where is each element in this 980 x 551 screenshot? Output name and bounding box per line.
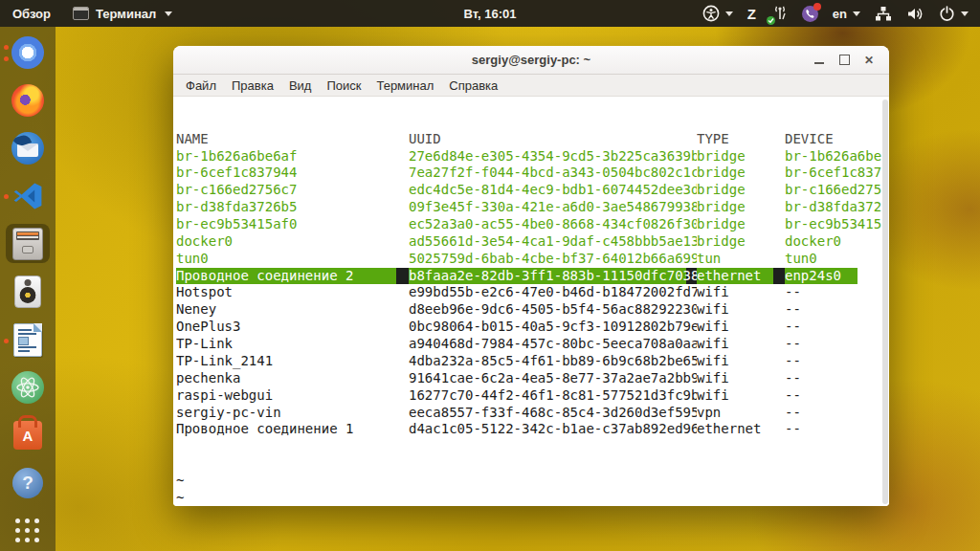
chevron-down-icon	[725, 11, 733, 16]
running-indicator-dot	[4, 339, 9, 343]
accessibility-menu[interactable]	[702, 5, 733, 22]
maximize-button[interactable]	[832, 46, 857, 74]
cell-device: docker0	[785, 233, 889, 251]
cell-uuid: d8eeb96e-9dc6-4505-b5f4-56ac88292230	[409, 301, 697, 319]
cell-type: wifi	[697, 336, 785, 353]
cell-uuid: e99bd55b-e2c6-47e0-b46d-b18472002fd7	[409, 284, 697, 301]
wired-network-icon[interactable]	[875, 6, 892, 22]
cell-uuid: 16277c70-44f2-46f1-8c81-577521d3fc9b	[409, 387, 697, 405]
table-row: pechenka91641cae-6c2a-4ea5-8e77-37a2ae7a…	[176, 370, 889, 387]
clock[interactable]: Вт, 16:01	[463, 0, 516, 27]
dock-item-libreoffice-writer[interactable]	[6, 320, 50, 360]
maximize-icon	[839, 55, 850, 65]
firefox-icon	[11, 84, 44, 117]
cell-type: wifi	[697, 370, 785, 387]
libreoffice-writer-icon	[13, 323, 42, 357]
chevron-down-icon	[853, 11, 860, 16]
cell-name: br-c166ed2756c7	[176, 182, 409, 199]
menu-item-2[interactable]: Вид	[281, 78, 320, 93]
running-indicator-dot	[4, 45, 9, 50]
window-controls: ✕	[807, 46, 881, 74]
cell-device: br-ec9b53415	[785, 216, 889, 233]
terminal-output[interactable]: NAMEUUIDTYPEDEVICEbr-1b626a6be6af27e6d84…	[173, 97, 889, 506]
cell-type: wifi	[697, 301, 785, 319]
activities-button[interactable]: Обзор	[0, 0, 63, 27]
cell-type: wifi	[697, 353, 785, 370]
cell-device: --	[785, 336, 889, 353]
show-apps-icon	[15, 518, 40, 543]
cell-name: raspi-webgui	[176, 387, 409, 405]
table-row: sergiy-pc-vineeca8557-f33f-468c-85c4-3d2…	[176, 405, 889, 422]
cell-type: bridge	[697, 182, 785, 199]
cell-device: enp24s0	[785, 268, 889, 285]
running-indicator-dot	[4, 56, 9, 61]
app-indicator[interactable]: Терминал	[63, 0, 182, 27]
vscode-icon	[12, 181, 43, 211]
menu-item-3[interactable]: Поиск	[319, 78, 368, 93]
language-indicator[interactable]: en	[833, 7, 860, 21]
cell-uuid: 91641cae-6c2a-4ea5-8e77-37a2ae7a2bb9	[409, 370, 697, 387]
cell-device: --	[785, 301, 889, 319]
dock-item-thunderbird[interactable]	[6, 128, 50, 167]
dock-item-software-store[interactable]: A	[6, 416, 50, 455]
table-row: Проводное соединение 1d4ac1c05-5122-342c…	[176, 421, 889, 438]
cell-device: --	[785, 405, 889, 422]
cell-type: bridge	[697, 216, 785, 233]
cell-uuid: d4ac1c05-5122-342c-b1ae-c37ab892ed96	[409, 421, 697, 438]
chevron-down-icon	[165, 11, 172, 16]
column-header: TYPE	[697, 131, 785, 148]
cell-type: bridge	[697, 148, 785, 165]
cell-type: vpn	[697, 405, 785, 422]
dock-item-chromium[interactable]	[6, 33, 50, 72]
cell-device: --	[785, 319, 889, 336]
dock-item-help[interactable]: ?	[6, 464, 50, 503]
viber-icon[interactable]	[802, 6, 818, 22]
menu-item-5[interactable]: Справка	[441, 78, 505, 93]
volume-icon[interactable]	[906, 6, 924, 22]
dock-item-atom[interactable]	[6, 368, 50, 408]
table-row: OnePlus30bc98064-b015-40a5-9cf3-10912802…	[176, 319, 889, 336]
cell-name: tun0	[176, 251, 409, 268]
activities-label: Обзор	[12, 7, 51, 21]
cell-name: TP-Link	[176, 336, 409, 353]
dock-item-vscode[interactable]	[6, 176, 50, 215]
top-bar: Обзор Терминал Вт, 16:01 Z	[0, 0, 980, 27]
system-tray: Z en	[702, 0, 980, 27]
software-store-icon: A	[13, 421, 42, 450]
cell-uuid: 4dba232a-85c5-4f61-bb89-6b9c68b2be65	[409, 353, 697, 370]
menu-item-4[interactable]: Терминал	[368, 78, 441, 93]
table-row: Neneyd8eeb96e-9dc6-4505-b5f4-56ac8829223…	[176, 301, 889, 319]
table-row: Hotspote99bd55b-e2c6-47e0-b46d-b18472002…	[176, 284, 889, 301]
cell-device: --	[785, 353, 889, 370]
close-button[interactable]: ✕	[857, 46, 881, 74]
power-menu[interactable]	[939, 6, 969, 22]
cell-name: br-6cef1c837944	[176, 165, 409, 182]
minimize-icon	[814, 62, 824, 64]
cell-type: wifi	[697, 284, 785, 301]
cell-name: br-d38fda3726b5	[176, 199, 409, 216]
cell-name: Проводное соединение 1	[176, 421, 409, 438]
power-icon	[939, 6, 955, 22]
dock-item-file-cabinet[interactable]	[6, 224, 50, 263]
dock-item-show-apps[interactable]	[6, 512, 50, 551]
menu-item-1[interactable]: Правка	[224, 78, 281, 93]
cell-type: bridge	[697, 233, 785, 251]
minimize-button[interactable]	[807, 46, 832, 74]
cell-name: Hotspot	[176, 284, 409, 301]
table-row: Проводное соединение 2b8faaa2e-82db-3ff1…	[176, 268, 889, 285]
table-row: TP-Link_21414dba232a-85c5-4f61-bb89-6b9c…	[176, 353, 889, 370]
menu-item-0[interactable]: Файл	[178, 78, 224, 93]
dock-item-firefox[interactable]	[6, 80, 50, 120]
window-titlebar[interactable]: sergiy@sergiy-pc: ~ ✕	[173, 46, 889, 75]
signal-indicator[interactable]	[770, 5, 788, 23]
atom-icon	[11, 371, 44, 404]
app-indicator-label: Терминал	[96, 7, 156, 21]
terminal-table: NAMEUUIDTYPEDEVICEbr-1b626a6be6af27e6d84…	[176, 131, 889, 438]
cell-uuid: edc4dc5e-81d4-4ec9-bdb1-6074452dee3d	[409, 182, 697, 199]
z-app-indicator-icon[interactable]: Z	[747, 6, 756, 22]
table-row: raspi-webgui16277c70-44f2-46f1-8c81-5775…	[176, 387, 889, 405]
terminal-window: sergiy@sergiy-pc: ~ ✕ ФайлПравкаВидПоиск…	[173, 46, 889, 506]
cell-name: br-ec9b53415af0	[176, 216, 409, 233]
dock-item-speaker[interactable]	[6, 272, 50, 311]
cell-device: --	[785, 387, 889, 405]
